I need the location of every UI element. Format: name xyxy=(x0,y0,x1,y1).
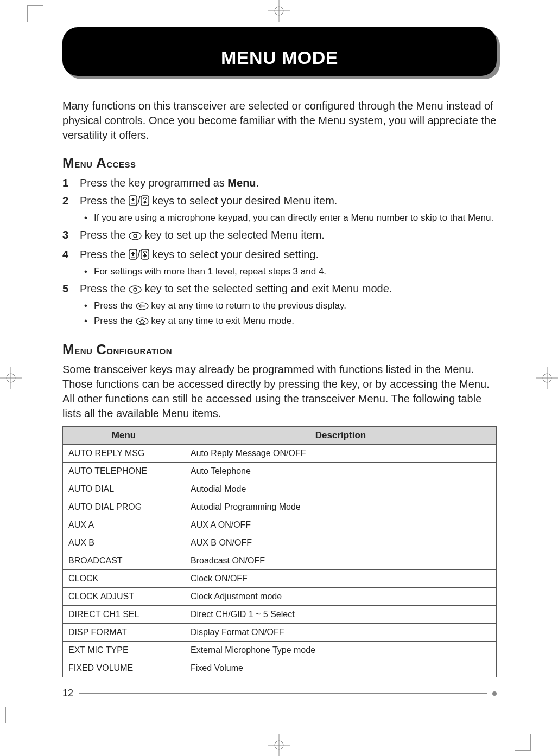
table-cell-description: Fixed Volume xyxy=(185,659,497,677)
step-2-sub: If you are using a microphone keypad, yo… xyxy=(80,212,497,225)
table-row: BROADCASTBroadcast ON/OFF xyxy=(63,552,497,569)
table-cell-description: Clock ON/OFF xyxy=(185,569,497,587)
table-row: AUX BAUX B ON/OFF xyxy=(63,534,497,552)
table-cell-menu: AUTO REPLY MSG xyxy=(63,444,185,462)
table-cell-menu: AUTO TELEPHONE xyxy=(63,462,185,480)
table-cell-menu: AUX A xyxy=(63,516,185,534)
table-cell-menu: FIXED VOLUME xyxy=(63,659,185,677)
step-5-sub-1: Press the key at any time to return to t… xyxy=(80,300,497,314)
svg-point-18 xyxy=(129,286,141,293)
table-cell-menu: CLOCK ADJUST xyxy=(63,587,185,605)
table-cell-description: External Microphone Type mode xyxy=(185,641,497,659)
step-4-sub: For settings with more than 1 level, rep… xyxy=(80,266,497,278)
table-header-description: Description xyxy=(185,426,497,444)
table-row: DISP FORMATDisplay Format ON/OFF xyxy=(63,623,497,641)
crop-mark-bottom-right xyxy=(515,734,531,751)
step-4-text-a: Press the xyxy=(80,248,129,260)
footer-dot-icon xyxy=(492,691,497,696)
step-3-text-a: Press the xyxy=(80,229,129,241)
svg-point-15 xyxy=(134,234,137,238)
table-cell-description: Autodial Mode xyxy=(185,480,497,498)
registration-mark-bottom xyxy=(268,734,290,756)
table-row: AUX AAUX A ON/OFF xyxy=(63,516,497,534)
step-1: 1 Press the key programmed as Menu. xyxy=(62,176,497,190)
table-header-menu: Menu xyxy=(63,426,185,444)
table-cell-menu: AUTO DIAL PROG xyxy=(63,498,185,516)
ok-key-icon xyxy=(129,283,142,298)
table-row: AUTO DIAL PROGAutodial Programming Mode xyxy=(63,498,497,516)
table-row: DIRECT CH1 SELDirect CH/GID 1 ~ 5 Select xyxy=(63,605,497,623)
down-key-icon xyxy=(141,195,149,210)
menu-word: Menu xyxy=(227,177,256,189)
table-cell-description: Clock Adjustment mode xyxy=(185,587,497,605)
table-cell-menu: EXT MIC TYPE xyxy=(63,641,185,659)
table-cell-menu: AUX B xyxy=(63,534,185,552)
page-content: MENU MODE Many functions on this transce… xyxy=(62,27,497,677)
step-1-text-b: . xyxy=(256,177,259,189)
svg-point-19 xyxy=(134,288,137,291)
crop-mark-bottom-left xyxy=(5,707,38,723)
up-key-icon xyxy=(129,249,137,264)
intro-paragraph: Many functions on this transceiver are s… xyxy=(62,99,497,143)
step-1-text-a: Press the key programmed as xyxy=(80,177,227,189)
down-key-icon xyxy=(141,249,149,264)
registration-mark-right xyxy=(536,367,558,389)
table-cell-description: Auto Telephone xyxy=(185,462,497,480)
page-title: MENU MODE xyxy=(221,47,338,68)
table-cell-description: Auto Reply Message ON/OFF xyxy=(185,444,497,462)
table-cell-menu: BROADCAST xyxy=(63,552,185,569)
svg-point-14 xyxy=(129,232,141,240)
table-cell-description: Autodial Programming Mode xyxy=(185,498,497,516)
table-cell-menu: DIRECT CH1 SEL xyxy=(63,605,185,623)
step-2: 2 Press the / keys to select your desire… xyxy=(62,194,497,225)
ok-key-icon xyxy=(129,229,142,244)
table-cell-description: Broadcast ON/OFF xyxy=(185,552,497,569)
table-cell-description: Display Format ON/OFF xyxy=(185,623,497,641)
registration-mark-top xyxy=(268,0,290,22)
crop-mark-top-left xyxy=(27,5,43,22)
menu-configuration-table: Menu Description AUTO REPLY MSGAuto Repl… xyxy=(62,426,497,677)
table-row: CLOCKClock ON/OFF xyxy=(63,569,497,587)
table-row: AUTO REPLY MSGAuto Reply Message ON/OFF xyxy=(63,444,497,462)
title-bar: MENU MODE xyxy=(62,27,497,87)
table-row: AUTO DIALAutodial Mode xyxy=(63,480,497,498)
table-cell-description: AUX A ON/OFF xyxy=(185,516,497,534)
home-key-icon xyxy=(136,317,149,329)
table-cell-description: Direct CH/GID 1 ~ 5 Select xyxy=(185,605,497,623)
table-row: FIXED VOLUMEFixed Volume xyxy=(63,659,497,677)
step-5: 5 Press the key to set the selected sett… xyxy=(62,281,497,329)
table-cell-menu: DISP FORMAT xyxy=(63,623,185,641)
page-footer: 12 xyxy=(62,688,497,699)
section-heading-menu-access: Menu Access xyxy=(62,155,497,171)
step-2-text-a: Press the xyxy=(80,195,129,207)
section-heading-menu-configuration: Menu Configuration xyxy=(62,341,497,358)
step-4-text-b: keys to select your desired setting. xyxy=(149,248,319,260)
table-cell-menu: CLOCK xyxy=(63,569,185,587)
step-5-text-a: Press the xyxy=(80,283,129,294)
step-3-text-b: key to set up the selected Menu item. xyxy=(142,229,325,241)
table-row: CLOCK ADJUSTClock Adjustment mode xyxy=(63,587,497,605)
page-number: 12 xyxy=(62,688,73,699)
menu-access-steps: 1 Press the key programmed as Menu. 2 Pr… xyxy=(62,176,497,329)
registration-mark-left xyxy=(0,367,22,389)
step-3: 3 Press the key to set up the selected M… xyxy=(62,228,497,244)
step-5-text-b: key to set the selected setting and exit… xyxy=(142,283,392,294)
step-5-sub-2: Press the key at any time to exit Menu m… xyxy=(80,315,497,329)
back-key-icon xyxy=(136,302,149,314)
menu-configuration-paragraph: Some transceiver keys may already be pro… xyxy=(62,362,497,421)
table-cell-menu: AUTO DIAL xyxy=(63,480,185,498)
table-row: AUTO TELEPHONEAuto Telephone xyxy=(63,462,497,480)
step-2-text-b: keys to select your desired Menu item. xyxy=(149,195,338,207)
svg-point-21 xyxy=(136,318,148,325)
step-4: 4 Press the / keys to select your desire… xyxy=(62,247,497,278)
footer-rule xyxy=(79,693,487,694)
up-key-icon xyxy=(129,195,137,210)
table-cell-description: AUX B ON/OFF xyxy=(185,534,497,552)
table-row: EXT MIC TYPEExternal Microphone Type mod… xyxy=(63,641,497,659)
